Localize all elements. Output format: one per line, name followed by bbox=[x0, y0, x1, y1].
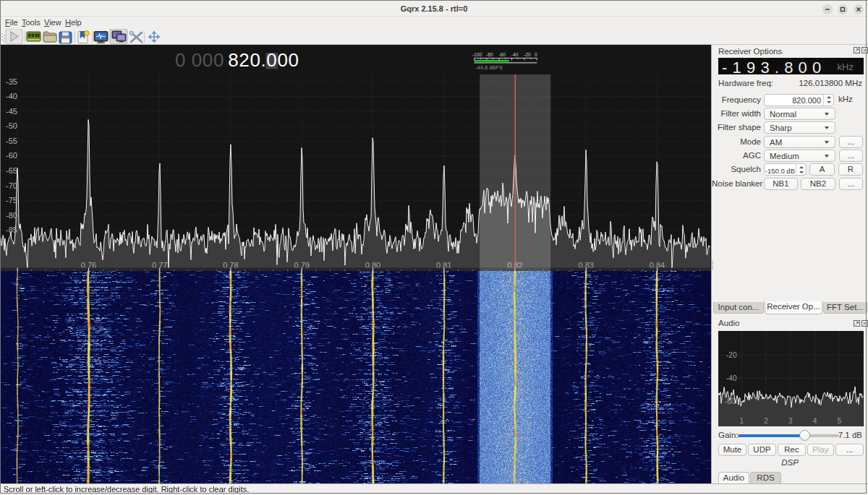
svg-text:-75: -75 bbox=[6, 196, 17, 205]
svg-text:-70: -70 bbox=[6, 181, 17, 190]
svg-text:-80: -80 bbox=[486, 52, 493, 57]
svg-text:-20: -20 bbox=[726, 351, 737, 359]
svg-text:0: 0 bbox=[535, 52, 537, 57]
svg-text:3: 3 bbox=[788, 417, 793, 425]
svg-text:-55: -55 bbox=[6, 137, 17, 145]
svg-text:1: 1 bbox=[740, 417, 744, 425]
svg-text:-40: -40 bbox=[726, 374, 737, 382]
svg-text:-65: -65 bbox=[6, 166, 17, 175]
svg-text:-100: -100 bbox=[472, 52, 482, 57]
svg-text:-85: -85 bbox=[6, 225, 17, 234]
svg-text:-45: -45 bbox=[6, 107, 17, 116]
svg-text:-60: -60 bbox=[6, 151, 17, 160]
svg-text:-50: -50 bbox=[6, 121, 17, 130]
svg-text:5: 5 bbox=[837, 417, 841, 425]
svg-text:-20: -20 bbox=[524, 52, 531, 57]
svg-text:-40: -40 bbox=[511, 52, 519, 57]
svg-text:-40: -40 bbox=[6, 92, 17, 100]
svg-text:2: 2 bbox=[764, 417, 768, 425]
svg-text:-44.8 dBFS: -44.8 dBFS bbox=[475, 64, 503, 71]
svg-text:-80: -80 bbox=[6, 211, 17, 220]
svg-text:-35: -35 bbox=[6, 77, 17, 86]
svg-text:820.000: 820.000 bbox=[228, 49, 299, 71]
svg-text:4: 4 bbox=[813, 417, 817, 425]
svg-text:0 000: 0 000 bbox=[175, 49, 224, 71]
svg-text:-60: -60 bbox=[498, 52, 506, 57]
